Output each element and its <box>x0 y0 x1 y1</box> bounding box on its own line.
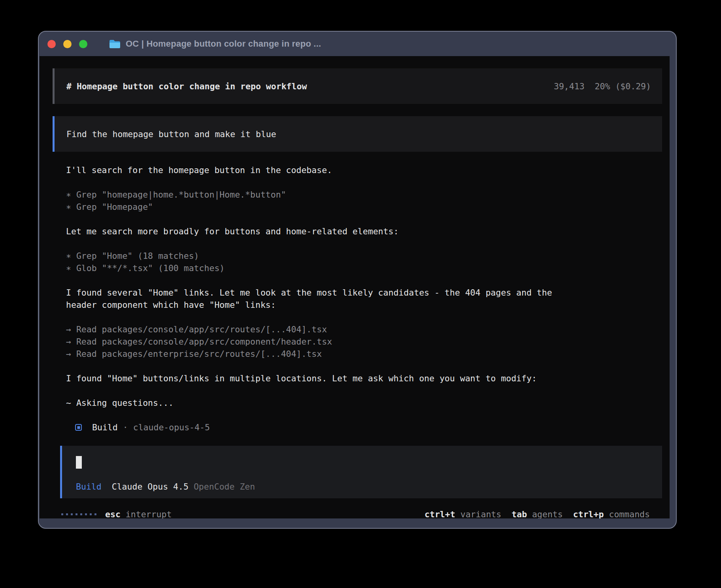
agent-name: Build <box>92 421 118 433</box>
traffic-lights <box>47 40 87 48</box>
tool-call-grep: ∗ Grep "homepage|home.*button|Home.*butt… <box>66 188 662 201</box>
session-title: # Homepage button color change in repo w… <box>66 80 307 92</box>
agent-turn-row: Build · claude-opus-4-5 <box>66 421 662 433</box>
assistant-text: I'll search for the homepage button in t… <box>66 164 662 176</box>
agent-separator: · <box>123 421 128 433</box>
window-title: OC | Homepage button color change in rep… <box>126 39 321 49</box>
active-model-name: Claude Opus 4.5 <box>112 481 189 493</box>
context-cost: 20% ($0.29) <box>595 80 651 92</box>
conversation: I'll search for the homepage button in t… <box>66 164 662 433</box>
esc-keybind: esc <box>105 508 121 518</box>
terminal-window: OC | Homepage button color change in rep… <box>38 31 677 529</box>
folder-icon <box>109 39 121 49</box>
scrollbar-track[interactable] <box>670 56 676 518</box>
input-status-row: Build Claude Opus 4.5 OpenCode Zen <box>76 481 662 493</box>
tool-call-read: → Read packages/console/app/src/routes/[… <box>66 323 662 335</box>
token-count: 39,413 <box>554 80 585 92</box>
minimize-button[interactable] <box>63 40 72 48</box>
tool-call-read: → Read packages/console/app/src/componen… <box>66 335 662 348</box>
terminal-content: # Homepage button color change in repo w… <box>40 56 670 518</box>
session-stats: 39,413 20% ($0.29) <box>554 80 651 92</box>
session-header: # Homepage button color change in repo w… <box>53 68 662 104</box>
agent-model: claude-opus-4-5 <box>133 421 210 433</box>
assistant-text: I found several "Home" links. Let me loo… <box>66 286 662 299</box>
status-bar: esc interrupt ctrl+t variants tab agents… <box>61 508 650 518</box>
tool-call-grep: ∗ Grep "Homepage" <box>66 201 662 213</box>
provider-name: OpenCode Zen <box>194 481 255 493</box>
tool-call-grep: ∗ Grep "Home" (18 matches) <box>66 250 662 262</box>
prompt-input[interactable]: Build Claude Opus 4.5 OpenCode Zen <box>60 446 662 498</box>
tool-call-glob: ∗ Glob "**/*.tsx" (100 matches) <box>66 262 662 274</box>
assistant-text: I found "Home" buttons/links in multiple… <box>66 372 662 384</box>
keybind-variants: ctrl+t variants <box>425 508 501 518</box>
close-button[interactable] <box>47 40 56 48</box>
assistant-text: header component which have "Home" links… <box>66 299 662 311</box>
assistant-text: Let me search more broadly for buttons a… <box>66 225 662 237</box>
text-cursor <box>76 456 82 469</box>
keybind-agents: tab agents <box>511 508 563 518</box>
titlebar[interactable]: OC | Homepage button color change in rep… <box>39 32 676 56</box>
keybind-commands: ctrl+p commands <box>573 508 650 518</box>
esc-keybind-label: interrupt <box>126 508 172 518</box>
tool-call-read: → Read packages/enterprise/src/routes/[.… <box>66 348 662 360</box>
user-message: Find the homepage button and make it blu… <box>53 116 662 152</box>
agent-build-icon <box>75 424 82 431</box>
spinner-dots <box>61 513 96 515</box>
keybind-hints: ctrl+t variants tab agents ctrl+p comman… <box>425 508 650 518</box>
maximize-button[interactable] <box>79 40 87 48</box>
active-agent-badge: Build <box>76 481 102 493</box>
status-asking-questions: ~ Asking questions... <box>66 397 662 409</box>
user-message-text: Find the homepage button and make it blu… <box>66 128 276 140</box>
